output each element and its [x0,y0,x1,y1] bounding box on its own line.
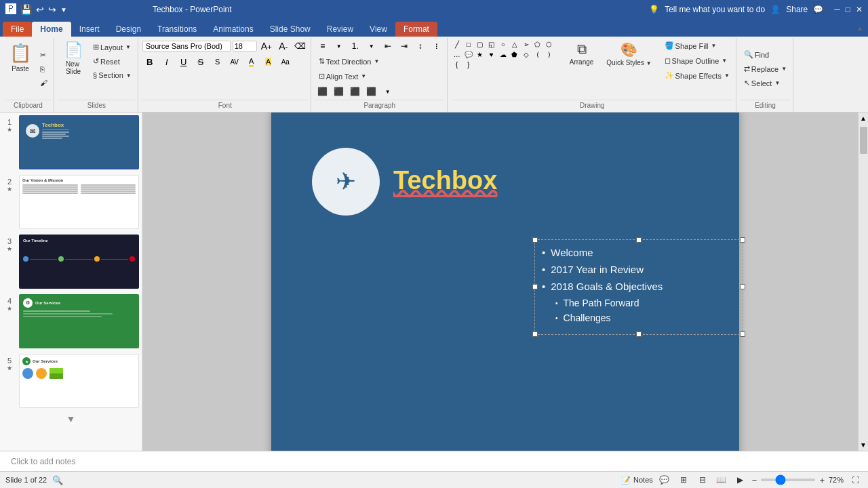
quick-access-undo[interactable]: ↩ [36,4,44,15]
char-spacing-btn[interactable]: AV [227,55,242,68]
slideshow-btn[interactable]: ▶ [733,474,748,486]
tab-slideshow[interactable]: Slide Show [262,22,319,37]
tab-animations[interactable]: Animations [205,22,261,37]
align-right-btn[interactable]: ⬛ [348,85,363,98]
align-text-btn[interactable]: ⊡ Align Text ▼ [315,70,370,83]
scroll-thumb[interactable] [860,127,867,154]
slide-panel-scroll-down[interactable]: ▼ [3,413,139,424]
zoom-out-btn[interactable]: − [752,475,757,485]
close-btn[interactable]: ✕ [856,5,863,14]
font-size-input[interactable] [233,41,257,52]
tab-design[interactable]: Design [108,22,149,37]
layout-button[interactable]: ⊞ Layout ▼ [90,41,135,54]
font-name-selector[interactable] [142,41,231,52]
align-center-btn[interactable]: ⬛ [332,85,347,98]
shape-star[interactable]: ★ [475,49,486,59]
shape-pentagon[interactable]: ⬠ [532,39,543,49]
cut-button[interactable]: ✂ [37,49,51,62]
text-direction-btn[interactable]: ⇅ Text Direction ▼ [315,55,383,68]
reading-view-btn[interactable]: 📖 [714,474,729,486]
shape-callout[interactable]: 💬 [463,49,474,59]
shape-heart[interactable]: ♥ [486,49,497,59]
slide-thumb-3[interactable]: 3 ★ Our Timeline [3,235,139,289]
slide-preview-3[interactable]: Our Timeline [19,235,139,289]
italic-btn[interactable]: I [159,55,174,68]
shape-rounded[interactable]: ▢ [475,39,486,49]
tab-file[interactable]: File [3,22,32,37]
replace-button[interactable]: ⇄ Replace ▼ [741,62,790,75]
shape-more[interactable]: … [452,49,462,59]
shadow-btn[interactable]: S [210,55,225,68]
shape-line[interactable]: ╱ [452,39,462,49]
select-button[interactable]: ↖ Select ▼ [741,77,784,89]
slide-thumb-4[interactable]: 4 ★ ⚙ Our Services [3,294,139,348]
share-label[interactable]: Share [786,5,808,14]
slide-preview-5[interactable]: ★ Our Services [19,354,139,408]
shape-fill-btn[interactable]: 🪣 Shape Fill ▼ [661,39,733,52]
shape-misc1[interactable]: ⬟ [509,49,520,59]
tab-home[interactable]: Home [32,22,71,37]
justify-btn[interactable]: ⬛ [364,85,379,98]
increase-indent-btn[interactable]: ⇥ [397,39,412,53]
fit-slide-btn[interactable]: ⛶ [848,474,863,486]
ribbon-collapse-btn[interactable]: ▲ [854,24,865,33]
numbering-btn[interactable]: 1. [348,39,363,53]
decrease-indent-btn[interactable]: ⇤ [380,39,395,53]
section-button[interactable]: § Section ▼ [90,69,135,81]
slide-thumb-5[interactable]: 5 ★ ★ Our Services [3,354,139,408]
zoom-in-btn[interactable]: + [819,475,825,485]
minimize-btn[interactable]: ─ [834,5,840,14]
decrease-font-btn[interactable]: A- [276,39,291,53]
shape-hex[interactable]: ⬡ [544,39,555,49]
handle-br[interactable] [740,331,745,337]
tab-insert[interactable]: Insert [71,22,108,37]
shape-cloud[interactable]: ☁ [498,49,509,59]
vertical-scroll-top[interactable]: ▲ ▼ [858,113,868,451]
shape-misc3[interactable]: ⟨ [532,49,543,59]
scroll-down-btn[interactable]: ▼ [858,439,868,451]
shape-snip[interactable]: ◱ [486,39,497,49]
slide-thumb-2[interactable]: 2 ★ Our Vision & Mission [3,175,139,229]
shape-effects-btn[interactable]: ✨ Shape Effects ▼ [661,69,733,82]
quick-access-redo[interactable]: ↪ [48,4,56,15]
comments-btn[interactable]: 💬 [657,474,672,486]
shape-misc4[interactable]: ⟩ [544,49,555,59]
shape-rect[interactable]: □ [463,39,474,49]
slide-preview-2[interactable]: Our Vision & Mission [19,175,139,229]
tab-transitions[interactable]: Transitions [149,22,205,37]
handle-bl[interactable] [532,331,538,337]
handle-tl[interactable] [532,237,538,243]
handle-bm[interactable] [636,331,642,337]
tell-me-text[interactable]: Tell me what you want to do [665,5,765,14]
company-name-text[interactable]: Techbox [393,166,497,197]
clear-format-btn[interactable]: ⌫ [293,39,308,53]
align-left-btn[interactable]: ⬛ [315,85,330,98]
notes-area[interactable]: Click to add notes [0,451,868,471]
comment-icon[interactable]: 💬 [813,5,823,14]
shape-outline-btn[interactable]: ◻ Shape Outline ▼ [661,54,733,67]
arrange-button[interactable]: ⧉ Arrange [566,39,597,68]
normal-view-btn[interactable]: ⊞ [676,474,691,486]
justify-dropdown[interactable]: ▼ [380,85,395,98]
columns-btn[interactable]: ⫶ [429,39,444,53]
quick-access-customize[interactable]: ▼ [60,6,67,14]
quick-styles-button[interactable]: 🎨 Quick Styles ▼ [603,39,654,68]
text-case-btn[interactable]: Aa [278,55,293,68]
increase-font-btn[interactable]: A+ [259,39,274,53]
shape-triangle[interactable]: △ [509,39,520,49]
shape-misc5[interactable]: { [452,60,462,69]
slide-preview-1[interactable]: ✉ Techbox [19,115,139,169]
text-box-selected[interactable]: Welcome 2017 Year in Review 2018 Goals &… [534,239,743,335]
tab-format[interactable]: Format [395,22,437,37]
paste-button[interactable]: 📋 Paste [5,39,35,98]
shape-oval[interactable]: ○ [498,39,509,49]
copy-button[interactable]: ⎘ [37,63,51,75]
reset-button[interactable]: ↺ Reset [90,55,135,68]
quick-access-save[interactable]: 💾 [20,4,32,15]
highlight-btn[interactable]: A [261,55,276,68]
slide-sorter-btn[interactable]: ⊟ [695,474,710,486]
bold-btn[interactable]: B [142,55,157,68]
maximize-btn[interactable]: □ [846,5,850,14]
notes-btn[interactable]: 📝 Notes [621,476,653,485]
handle-tr[interactable] [740,237,745,243]
